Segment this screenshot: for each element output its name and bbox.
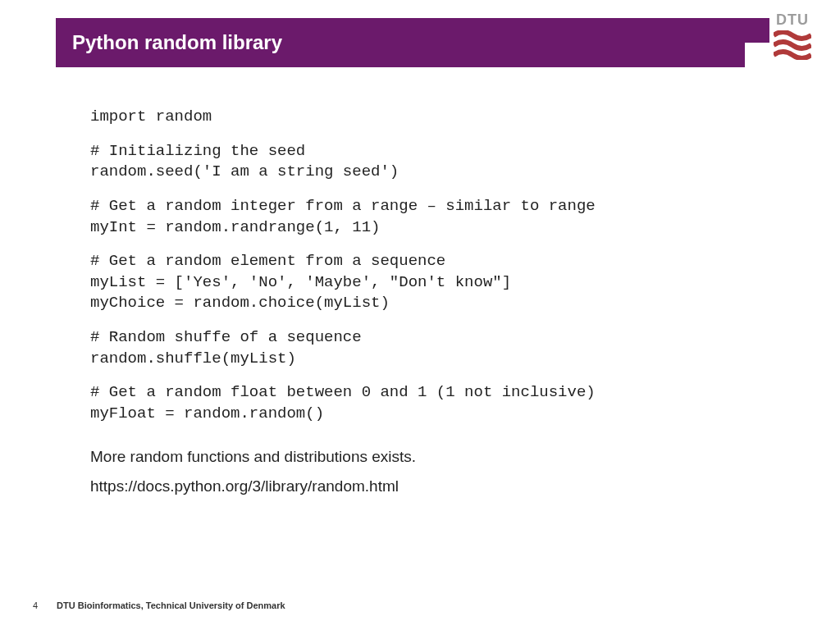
slide-footer: 4 DTU Bioinformatics, Technical Universi… — [33, 600, 285, 610]
code-line: # Initializing the seed random.seed('I a… — [90, 141, 766, 183]
title-bar-tab — [745, 18, 769, 43]
dtu-logo-icon — [769, 30, 815, 60]
dtu-logo: DTU — [769, 11, 815, 60]
code-line: # Get a random element from a sequence m… — [90, 251, 766, 314]
slide-title-bar: Python random library — [56, 18, 745, 67]
code-line: # Random shuffe of a sequence random.shu… — [90, 327, 766, 369]
body-link-text: https://docs.python.org/3/library/random… — [90, 477, 766, 495]
dtu-logo-text: DTU — [769, 11, 815, 29]
footer-institution: DTU Bioinformatics, Technical University… — [57, 600, 285, 610]
code-line: import random — [90, 107, 766, 128]
code-line: # Get a random float between 0 and 1 (1 … — [90, 382, 766, 424]
body-line: More random functions and distributions … — [90, 448, 766, 466]
slide-title: Python random library — [72, 31, 282, 54]
code-block: import random # Initializing the seed ra… — [90, 107, 766, 425]
body-text: More random functions and distributions … — [90, 448, 766, 495]
page-number: 4 — [33, 600, 54, 610]
slide-content: import random # Initializing the seed ra… — [90, 107, 766, 507]
code-line: # Get a random integer from a range – si… — [90, 196, 766, 238]
